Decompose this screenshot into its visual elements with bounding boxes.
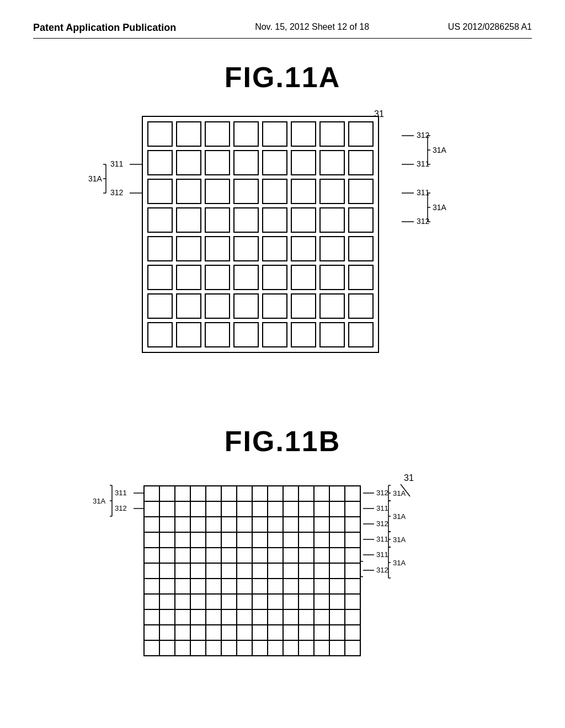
grid-cell-11a — [205, 265, 230, 290]
grid-cell-11b — [237, 517, 252, 532]
grid-cell-11a — [233, 179, 259, 204]
grid-cell-11b — [237, 594, 252, 609]
grid-cell-11b — [268, 532, 283, 548]
grid-cell-11b — [144, 517, 159, 532]
svg-text:311: 311 — [110, 159, 124, 168]
svg-text:312: 312 — [376, 566, 388, 574]
grid-cell-11b — [190, 579, 206, 594]
grid-cell-11a — [348, 121, 374, 147]
svg-text:311: 311 — [376, 535, 388, 543]
grid-cell-11b — [159, 501, 175, 517]
svg-text:31A: 31A — [393, 559, 406, 567]
grid-cell-11a — [147, 322, 173, 347]
svg-text:312: 312 — [115, 504, 127, 512]
grid-cell-11b — [237, 486, 252, 501]
grid-cell-11b — [221, 501, 237, 517]
grid-cell-11a — [262, 150, 287, 175]
grid-cell-11b — [159, 563, 175, 579]
grid-cell-11b — [268, 517, 283, 532]
grid-cell-11b — [144, 548, 159, 563]
svg-text:312: 312 — [417, 131, 430, 140]
grid-cell-11b — [206, 579, 221, 594]
grid-cell-11b — [175, 594, 190, 609]
grid-cell-11a — [291, 322, 316, 347]
grid-cell-11b — [252, 517, 268, 532]
grid-cell-11a — [147, 236, 173, 261]
grid-cell-11b — [299, 501, 314, 517]
grid-cell-11a — [147, 293, 173, 319]
grid-cell-11b — [299, 640, 314, 656]
grid-cell-11b — [159, 594, 175, 609]
grid-cell-11b — [144, 563, 159, 579]
grid-cell-11b — [299, 563, 314, 579]
grid-cell-11b — [345, 594, 360, 609]
grid-cell-11b — [314, 579, 329, 594]
grid-cell-11a — [147, 265, 173, 290]
grid-cell-11b — [283, 579, 299, 594]
grid-cell-11b — [206, 563, 221, 579]
svg-text:311: 311 — [115, 489, 127, 497]
grid-cell-11b — [237, 609, 252, 625]
grid-cell-11a — [176, 121, 201, 147]
svg-text:312: 312 — [376, 520, 388, 528]
grid-cell-11a — [262, 265, 287, 290]
svg-text:31A: 31A — [88, 174, 103, 183]
grid-cell-11b — [314, 609, 329, 625]
grid-cell-11b — [175, 563, 190, 579]
grid-cell-11a — [262, 121, 287, 147]
grid-cell-11b — [329, 501, 345, 517]
grid-cell-11b — [221, 548, 237, 563]
grid-cell-11b — [345, 517, 360, 532]
grid-cell-11b — [252, 563, 268, 579]
grid-cell-11a — [348, 293, 374, 319]
grid-cell-11a — [291, 236, 316, 261]
grid-cell-11b — [329, 486, 345, 501]
grid-cell-11b — [329, 609, 345, 625]
grid-cell-11b — [299, 609, 314, 625]
grid-cell-11b — [345, 501, 360, 517]
grid-cell-11b — [283, 501, 299, 517]
grid-cell-11a — [291, 179, 316, 204]
grid-cell-11b — [252, 548, 268, 563]
svg-text:311: 311 — [417, 159, 430, 168]
grid-cell-11a — [319, 121, 345, 147]
grid-cell-11b — [329, 548, 345, 563]
svg-text:311: 311 — [376, 504, 388, 512]
grid-cell-11b — [206, 594, 221, 609]
page: Patent Application Publication Nov. 15, … — [0, 0, 565, 728]
grid-cell-11b — [252, 579, 268, 594]
grid-cell-11b — [237, 532, 252, 548]
grid-cell-11b — [159, 579, 175, 594]
grid-cell-11b — [221, 640, 237, 656]
grid-cell-11b — [221, 532, 237, 548]
grid-cell-11b — [221, 517, 237, 532]
grid-cell-11a — [176, 236, 201, 261]
svg-text:312: 312 — [417, 217, 430, 226]
grid-cell-11b — [175, 517, 190, 532]
grid-cell-11b — [175, 579, 190, 594]
grid-cell-11a — [262, 207, 287, 233]
grid-cell-11b — [190, 548, 206, 563]
grid-cell-11a — [205, 293, 230, 319]
svg-text:31A: 31A — [433, 203, 447, 212]
grid-cell-11b — [159, 486, 175, 501]
grid-cell-11b — [190, 563, 206, 579]
grid-cell-11b — [144, 501, 159, 517]
grid-cell-11b — [268, 563, 283, 579]
grid-cell-11a — [147, 179, 173, 204]
grid-cell-11b — [252, 486, 268, 501]
grid-cell-11a — [319, 179, 345, 204]
grid-cell-11a — [291, 265, 316, 290]
grid-cell-11b — [206, 609, 221, 625]
grid-cell-11b — [299, 594, 314, 609]
grid-cell-11b — [144, 609, 159, 625]
grid-cell-11b — [252, 609, 268, 625]
grid-cell-11a — [291, 150, 316, 175]
grid-cell-11b — [190, 486, 206, 501]
grid-cell-11b — [175, 548, 190, 563]
svg-text:31: 31 — [404, 473, 414, 483]
grid-cell-11b — [299, 548, 314, 563]
grid-cell-11b — [268, 548, 283, 563]
grid-cell-11b — [206, 501, 221, 517]
grid-cell-11b — [345, 563, 360, 579]
